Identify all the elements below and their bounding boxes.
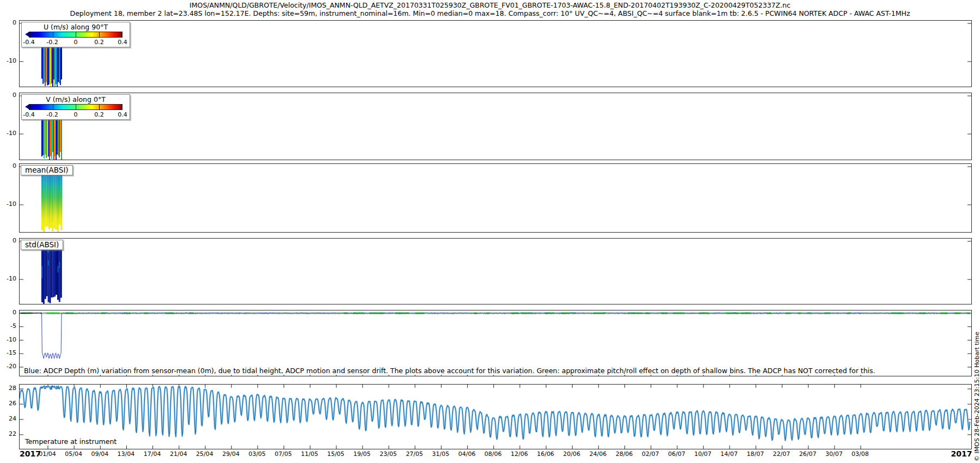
u-colorbar bbox=[29, 32, 122, 38]
colorbar-left-arrow-icon bbox=[25, 32, 29, 37]
y-tick-label: 0 bbox=[0, 309, 16, 316]
colorbar-tick-label: 0.2 bbox=[94, 39, 104, 46]
y-tick-label: 22 bbox=[0, 430, 16, 438]
panel-mean-absi: mean(ABSI) bbox=[19, 163, 972, 233]
mean-absi-label: mean(ABSI) bbox=[21, 165, 73, 175]
colorbar-tick-label: 0 bbox=[74, 39, 78, 46]
y-tick-label: -10 bbox=[0, 275, 16, 283]
panel-std-absi: std(ABSI) bbox=[19, 238, 972, 304]
depth-variation-plot bbox=[20, 310, 971, 376]
v-velocity-heatmap bbox=[20, 93, 971, 160]
figure-title-filename: IMOS/ANMN/QLD/GBROTE/Velocity/IMOS_ANMN-… bbox=[0, 1, 980, 9]
panel-temperature: Temperature at instrument bbox=[19, 384, 972, 449]
y-tick-label: -20 bbox=[0, 363, 16, 370]
y-tick-label: 0 bbox=[0, 19, 16, 27]
colorbar-tick bbox=[121, 32, 122, 37]
u-legend-title: U (m/s) along 90°T bbox=[24, 23, 127, 31]
imos-watermark: © IMOS 28-Feb-2024 23:15:10 Hobart time bbox=[973, 332, 980, 461]
colorbar-tick bbox=[53, 105, 53, 109]
y-tick-label: 0 bbox=[0, 237, 16, 245]
colorbar-tick-label: 0 bbox=[74, 111, 78, 118]
y-tick-label: 26 bbox=[0, 400, 16, 407]
colorbar-tick bbox=[29, 105, 30, 109]
temperature-plot bbox=[20, 385, 971, 449]
u-velocity-heatmap bbox=[20, 21, 971, 87]
figure: IMOS/ANMN/QLD/GBROTE/Velocity/IMOS_ANMN-… bbox=[0, 0, 980, 463]
u-colorbar-legend: U (m/s) along 90°T -0.4-0.200.20.4 bbox=[21, 22, 130, 47]
v-colorbar-legend: V (m/s) along 0°T -0.4-0.200.20.4 bbox=[21, 94, 130, 120]
y-tick-label: -10 bbox=[0, 57, 16, 65]
y-tick-label: 0 bbox=[0, 92, 16, 99]
colorbar-tick bbox=[76, 32, 76, 37]
figure-subtitle-deployment: Deployment 18, member 2 lat=23.48S lon=1… bbox=[0, 9, 980, 17]
v-colorbar-labels: -0.4-0.200.20.4 bbox=[29, 111, 122, 118]
x-axis-year-right: 2017 bbox=[945, 449, 978, 458]
y-tick-label: -10 bbox=[0, 336, 16, 344]
depth-caption: Blue: ADCP Depth (m) variation from sens… bbox=[24, 367, 875, 375]
colorbar-tick bbox=[76, 105, 76, 109]
y-tick-label: 28 bbox=[0, 385, 16, 392]
y-tick-label: 0 bbox=[0, 162, 16, 170]
colorbar-tick bbox=[29, 32, 30, 37]
v-legend-title: V (m/s) along 0°T bbox=[24, 95, 127, 103]
std-absi-label: std(ABSI) bbox=[21, 240, 63, 250]
colorbar-tick-label: -0.2 bbox=[46, 39, 58, 46]
mean-absi-heatmap bbox=[20, 164, 971, 232]
x-tick-label: 03/08 bbox=[844, 450, 877, 458]
colorbar-tick bbox=[53, 32, 53, 37]
panel-u-velocity: U (m/s) along 90°T -0.4-0.200.20.4 bbox=[19, 20, 972, 87]
std-absi-heatmap bbox=[20, 239, 971, 304]
temperature-label: Temperature at instrument bbox=[25, 437, 117, 446]
panel-depth-variation: Blue: ADCP Depth (m) variation from sens… bbox=[19, 310, 972, 376]
colorbar-tick bbox=[121, 105, 122, 109]
colorbar-tick-label: 0.4 bbox=[118, 39, 127, 46]
y-tick-label: -15 bbox=[0, 349, 16, 357]
colorbar-tick bbox=[99, 105, 100, 109]
colorbar-tick-label: 0.2 bbox=[94, 111, 104, 118]
y-tick-label: -10 bbox=[0, 130, 16, 137]
colorbar-tick-label: -0.4 bbox=[23, 111, 34, 118]
y-tick-label: 24 bbox=[0, 415, 16, 423]
u-colorbar-labels: -0.4-0.200.20.4 bbox=[29, 39, 122, 46]
colorbar-left-arrow-icon bbox=[25, 104, 29, 109]
colorbar-tick bbox=[99, 32, 100, 37]
colorbar-tick-label: -0.4 bbox=[23, 39, 34, 46]
colorbar-tick-label: 0.4 bbox=[118, 111, 127, 118]
y-tick-label: -5 bbox=[0, 322, 16, 330]
colorbar-tick-label: -0.2 bbox=[46, 111, 58, 118]
y-tick-label: -10 bbox=[0, 200, 16, 208]
panel-v-velocity: V (m/s) along 0°T -0.4-0.200.20.4 bbox=[19, 93, 972, 160]
v-colorbar bbox=[29, 104, 122, 110]
